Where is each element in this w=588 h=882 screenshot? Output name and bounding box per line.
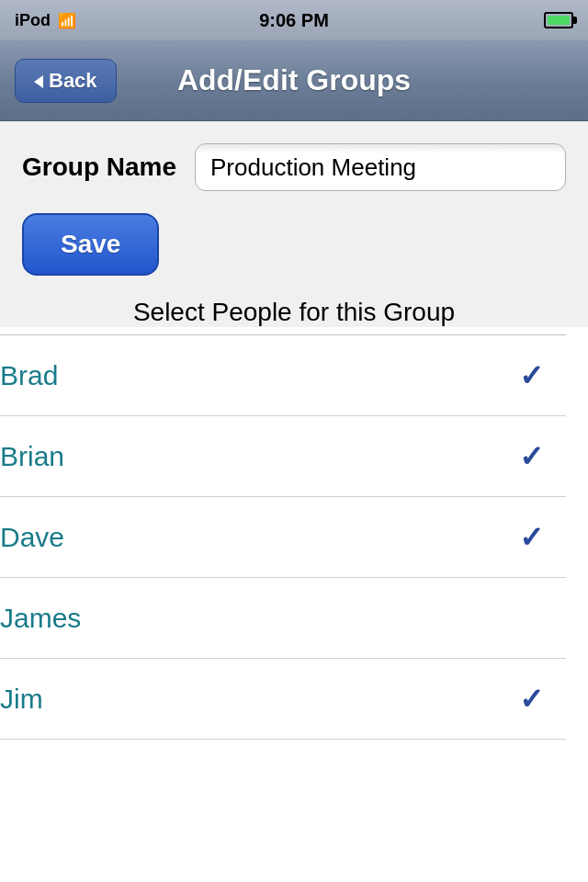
battery-fill xyxy=(548,16,570,25)
list-item[interactable]: James xyxy=(0,578,566,659)
wifi-icon: 📶 xyxy=(58,12,76,29)
person-name: Brad xyxy=(0,360,58,391)
select-people-label: Select People for this Group xyxy=(22,298,566,327)
status-time: 9:06 PM xyxy=(259,10,329,31)
battery-icon xyxy=(544,12,573,28)
main-content: Group Name Save Select People for this G… xyxy=(0,121,588,327)
status-bar: iPod 📶 9:06 PM xyxy=(0,0,588,40)
checkmark-icon: ✓ xyxy=(519,520,544,555)
list-item[interactable]: Brad✓ xyxy=(0,335,566,416)
group-name-label: Group Name xyxy=(22,153,176,182)
status-right xyxy=(544,12,573,28)
nav-title: Add/Edit Groups xyxy=(177,63,411,97)
back-button[interactable]: Back xyxy=(15,59,117,103)
group-name-input[interactable] xyxy=(195,143,566,191)
person-name: James xyxy=(0,603,81,634)
checkmark-icon: ✓ xyxy=(519,439,544,474)
nav-bar: Back Add/Edit Groups xyxy=(0,40,588,121)
checkmark-icon: ✓ xyxy=(519,358,544,393)
people-list: Brad✓Brian✓Dave✓JamesJim✓ xyxy=(0,335,566,740)
checkmark-icon: ✓ xyxy=(519,682,544,717)
group-name-row: Group Name xyxy=(22,143,566,191)
list-item[interactable]: Jim✓ xyxy=(0,659,566,740)
list-item[interactable]: Dave✓ xyxy=(0,497,566,578)
status-left: iPod 📶 xyxy=(15,11,76,30)
device-label: iPod xyxy=(15,11,51,30)
person-name: Jim xyxy=(0,684,43,715)
person-name: Dave xyxy=(0,522,64,553)
save-button[interactable]: Save xyxy=(22,213,159,276)
list-item[interactable]: Brian✓ xyxy=(0,416,566,497)
person-name: Brian xyxy=(0,441,64,472)
